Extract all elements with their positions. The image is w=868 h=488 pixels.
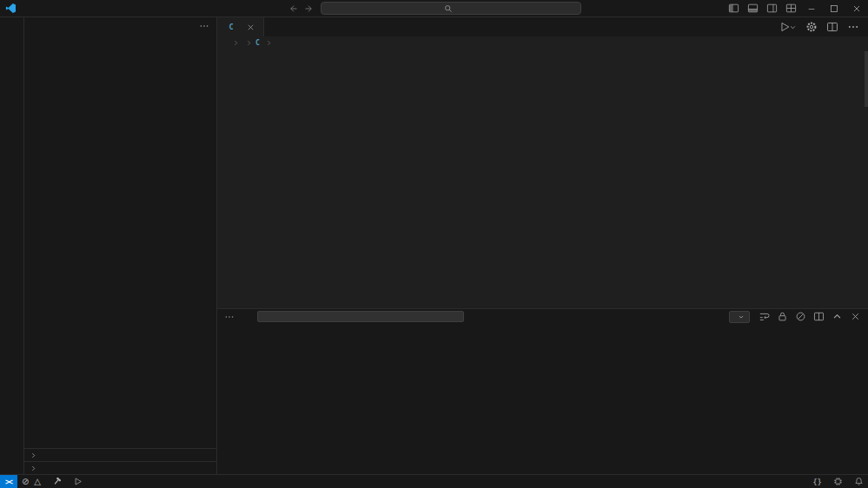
vscode-logo-icon (0, 3, 21, 14)
close-window-button[interactable] (845, 0, 868, 16)
remote-indicator[interactable]: >< (0, 475, 17, 488)
split-panel-icon[interactable] (813, 311, 825, 322)
stm32-target[interactable] (829, 475, 850, 488)
lock-scroll-icon[interactable] (777, 311, 788, 322)
cmake-build-button[interactable] (48, 475, 69, 488)
code-editor[interactable] (217, 49, 868, 308)
toggle-sidebar-icon[interactable] (724, 0, 743, 16)
history-back-icon[interactable] (288, 3, 298, 14)
encoding[interactable] (791, 475, 799, 488)
language-mode[interactable]: {} (808, 475, 829, 488)
more-panel-tabs-icon[interactable] (224, 312, 235, 322)
customize-layout-icon[interactable] (781, 0, 800, 16)
activity-bar (0, 17, 24, 474)
title-bar (0, 0, 868, 17)
editor-tab-bar: C (217, 17, 868, 36)
status-bar: >< ⊘ △ {} (0, 474, 868, 488)
file-tree (24, 35, 216, 448)
bell-icon (854, 477, 864, 486)
window-controls (724, 0, 868, 16)
toggle-panel-icon[interactable] (743, 0, 762, 16)
scrollbar-thumb[interactable] (865, 51, 868, 107)
chevron-down-icon (791, 23, 797, 31)
panel-actions (759, 311, 861, 322)
toggle-secondary-sidebar-icon[interactable] (762, 0, 781, 16)
chevron-right-icon (232, 39, 240, 47)
build-hammer-icon (52, 477, 62, 486)
output-log[interactable] (217, 324, 868, 474)
c-file-icon: C (225, 23, 237, 31)
errors-icon: ⊘ (22, 477, 29, 486)
search-icon (444, 4, 453, 13)
cursor-position[interactable] (773, 475, 782, 488)
sidebar-sections (24, 448, 216, 474)
chevron-down-icon (738, 313, 745, 320)
eol-selector[interactable] (799, 475, 808, 488)
code-content (250, 49, 254, 308)
outline-section[interactable] (24, 448, 216, 461)
maximize-button[interactable] (823, 0, 845, 16)
output-filter-input[interactable] (257, 311, 464, 322)
problems-status[interactable]: ⊘ △ (17, 475, 48, 488)
notifications-bell[interactable] (850, 475, 868, 488)
status-right: {} (773, 475, 868, 488)
maximize-panel-icon[interactable] (832, 311, 843, 322)
chevron-right-icon (28, 465, 38, 472)
editor-actions (779, 17, 868, 36)
editor-group: C C (217, 17, 868, 474)
clear-output-icon[interactable] (795, 311, 806, 322)
output-channel-select[interactable] (729, 311, 750, 323)
editor-settings-icon[interactable] (805, 21, 818, 33)
history-forward-icon[interactable] (304, 3, 315, 14)
command-center-search[interactable] (321, 2, 581, 15)
warnings-icon: △ (34, 477, 41, 486)
tab-main-c[interactable]: C (217, 17, 264, 36)
command-center (288, 2, 581, 15)
split-editor-icon[interactable] (826, 21, 838, 33)
close-tab-icon[interactable] (246, 23, 255, 32)
timeline-section[interactable] (24, 461, 216, 474)
c-file-icon: C (255, 39, 260, 47)
chevron-right-icon (265, 39, 273, 47)
run-file-button[interactable] (779, 21, 797, 33)
close-panel-icon[interactable] (850, 311, 861, 322)
chevron-right-icon (28, 452, 38, 459)
play-icon (73, 477, 83, 486)
debug-launch-button[interactable] (69, 475, 87, 488)
vscode-window: C C (0, 0, 868, 488)
braces-icon: {} (812, 478, 822, 486)
chevron-right-icon (245, 39, 253, 47)
chip-icon (833, 477, 843, 486)
line-numbers (217, 49, 250, 308)
bottom-panel (217, 308, 868, 474)
breadcrumb[interactable]: C (217, 36, 868, 49)
more-actions-icon[interactable] (847, 21, 859, 33)
explorer-sidebar (24, 17, 217, 474)
indentation[interactable] (782, 475, 791, 488)
folders-more-actions-icon[interactable] (199, 21, 209, 31)
panel-header (217, 309, 868, 324)
word-wrap-icon[interactable] (759, 311, 770, 322)
minimize-button[interactable] (800, 0, 823, 16)
